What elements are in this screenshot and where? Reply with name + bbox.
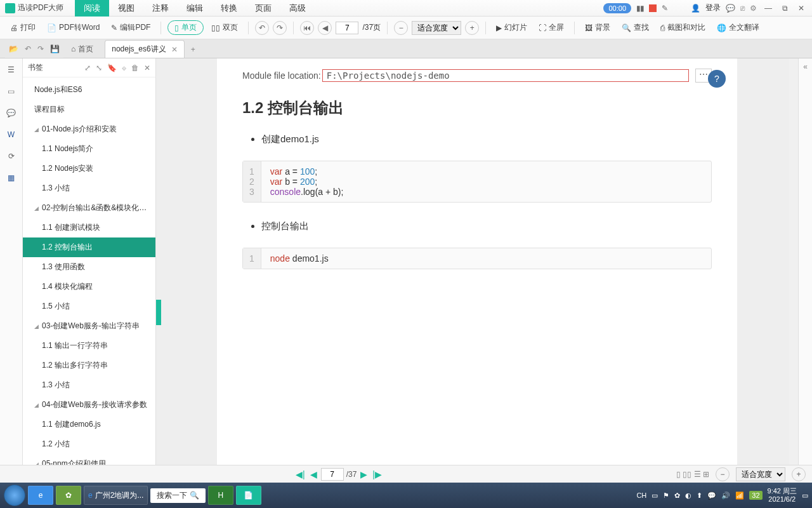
rotate-right-button[interactable]: ↷ [273,21,287,35]
tray-icon[interactable]: ⚑ [663,491,669,500]
bookmark-item[interactable]: 课程目标 [23,100,155,119]
tray-icon[interactable]: ▭ [652,491,658,500]
prev-page-button[interactable]: ◀ [318,21,332,35]
tray-icon[interactable]: ✿ [674,491,680,500]
bookmark-item[interactable]: ◢04-创建Web服务-接收请求参数 [23,395,155,415]
gift-icon[interactable]: ⎚ [740,4,745,13]
more-icon[interactable]: ▦ [5,171,18,184]
scrollbar[interactable] [789,58,798,465]
bookmark-item[interactable]: ◢05-npm介绍和使用 [23,454,155,465]
bookmark-item[interactable]: 1.1 Nodejs简介 [23,139,155,159]
rotate-left-button[interactable]: ↶ [255,21,269,35]
last-nav[interactable]: |▶ [371,469,383,479]
user-icon[interactable]: 👤 [691,4,700,13]
bookmark-item[interactable]: 1.1 创建demo6.js [23,415,155,434]
save-icon[interactable]: 💾 [50,44,60,53]
menu-4[interactable]: 转换 [212,0,246,17]
bookmark-item[interactable]: 1.2 小结 [23,434,155,454]
close-sidebar-icon[interactable]: ✕ [144,64,150,72]
tray-icon[interactable]: ◐ [685,491,691,500]
zoom-in-button[interactable]: + [465,21,479,35]
maximize-button[interactable]: ⧉ [780,4,790,13]
open-icon[interactable]: 📂 [9,44,18,53]
outline-icon[interactable]: ☰ [5,64,18,76]
gear-icon[interactable]: ⚙ [750,4,757,13]
undo-icon[interactable]: ↶ [25,44,31,53]
volume-icon[interactable]: 🔊 [721,491,730,500]
menu-0[interactable]: 阅读 [75,0,109,17]
bookmark-item[interactable]: Node.js和ES6 [23,80,155,100]
comments-icon[interactable]: 💬 [5,107,18,119]
temperature[interactable]: 32 [749,491,762,500]
login-label[interactable]: 登录 [705,3,721,13]
bookmark-item[interactable]: 1.3 使用函数 [23,257,155,277]
redo-icon[interactable]: ↷ [37,44,44,53]
bookmark-item[interactable]: 1.1 创建测试模块 [23,218,155,237]
bookmark-item[interactable]: 1.2 输出多行字符串 [23,356,155,375]
taskbar-search[interactable]: 搜索一下 🔍 [150,488,205,503]
single-page-button[interactable]: ▯ 单页 [167,20,204,35]
comment-icon[interactable]: 💬 [726,4,735,13]
word-icon[interactable]: W [5,128,18,141]
ime-indicator[interactable]: CH [636,491,646,499]
document-tab[interactable]: nodejs_es6讲义 ✕ [105,40,184,58]
pdf2word-button[interactable]: 📄 PDF转Word [43,20,103,35]
status-zoom-select[interactable]: 适合宽度 [736,467,785,481]
new-tab-button[interactable]: + [185,41,202,58]
pause-icon[interactable]: ▮▮ [636,4,644,13]
bookmark-item[interactable]: 1.3 小结 [23,375,155,395]
status-page-input[interactable] [321,468,344,481]
bookmark-add-icon[interactable]: 🔖 [107,64,117,72]
app-taskbar-1[interactable]: ✿ [56,486,81,505]
menu-1[interactable]: 视图 [109,0,143,17]
bookmark-icon[interactable]: ⟐ [122,64,126,72]
translate-button[interactable]: 🌐 全文翻译 [713,20,763,35]
trash-icon[interactable]: 🗑 [131,64,139,72]
browser-taskbar[interactable]: e广州2地调为... [84,486,148,505]
sidebar-handle[interactable] [156,300,161,325]
bookmark-item[interactable]: 1.2 Nodejs安装 [23,159,155,178]
bookmark-item[interactable]: ◢01-Node.js介绍和安装 [23,119,155,139]
pencil-icon[interactable]: ✎ [662,4,668,13]
status-zoom-out[interactable]: − [716,467,730,481]
pages-icon[interactable]: ▭ [5,85,18,98]
bookmark-item[interactable]: 1.4 模块化编程 [23,277,155,297]
bookmark-item[interactable]: 1.5 小结 [23,297,155,316]
pdf-taskbar[interactable]: 📄 [236,486,261,505]
prev-nav[interactable]: ◀ [309,469,318,479]
tray-icon[interactable]: 💬 [707,491,716,500]
close-button[interactable]: ✕ [796,4,807,13]
screenshot-button[interactable]: ⎙ 截图和对比 [657,20,709,35]
refresh-icon[interactable]: ⟳ [5,150,18,163]
expand-icon[interactable]: ⤢ [84,64,91,72]
hbuilder-taskbar[interactable]: H [208,486,233,505]
print-button[interactable]: 🖨 打印 [6,20,39,35]
bookmark-item[interactable]: ◢02-控制台输出&函数&模块化编... [23,198,155,218]
bookmark-item[interactable]: ◢03-创建Web服务-输出字符串 [23,316,155,336]
background-button[interactable]: 🖼 背景 [581,20,614,35]
fullscreen-button[interactable]: ⛶ 全屏 [535,20,568,35]
zoom-select[interactable]: 适合宽度 [412,21,461,35]
first-nav[interactable]: ◀| [294,469,306,479]
network-icon[interactable]: 📶 [735,491,744,500]
start-button[interactable] [4,485,25,506]
timer-badge[interactable]: 00:00 [603,3,631,13]
menu-6[interactable]: 高级 [280,0,315,17]
tray-icon[interactable]: ⬆ [697,491,702,500]
bookmark-item[interactable]: 1.3 小结 [23,178,155,198]
record-icon[interactable] [649,4,657,12]
home-tab[interactable]: ⌂ 首页 [63,40,101,58]
page-input[interactable] [336,22,358,34]
slideshow-button[interactable]: ▶ 幻灯片 [492,20,531,35]
help-fab[interactable]: ? [708,70,726,88]
edit-pdf-button[interactable]: ✎ 编辑PDF [107,20,154,35]
menu-3[interactable]: 编辑 [178,0,212,17]
find-button[interactable]: 🔍 查找 [618,20,653,35]
next-nav[interactable]: ▶ [359,469,369,479]
first-page-button[interactable]: ⏮ [300,21,314,35]
collapse-icon[interactable]: ⤡ [96,64,102,72]
bookmark-item[interactable]: 1.2 控制台输出 [23,237,155,257]
view-mode-buttons[interactable]: ▯ ▯▯ ☰ ⊞ [676,470,709,479]
ie-taskbar[interactable]: e [28,486,53,505]
minimize-button[interactable]: — [762,4,775,13]
